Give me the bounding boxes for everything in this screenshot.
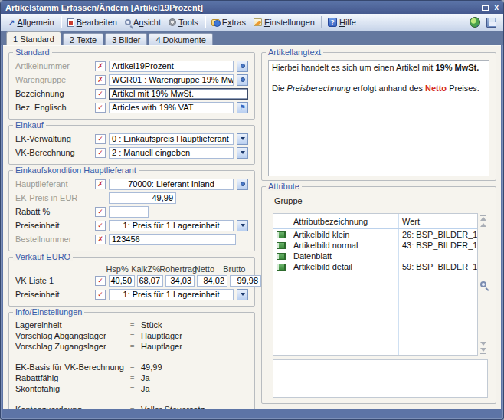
form-row-bez-englisch: Bez. Englisch ✓ Articles with 19% VAT ⚑ (15, 101, 248, 113)
brutto-field[interactable]: 99,98 (230, 275, 261, 287)
app-window: Artikelstamm Erfassen/Ändern [Artikel19P… (0, 0, 504, 420)
lookup-icon (241, 77, 245, 82)
column-header-wert[interactable]: Wert (399, 217, 477, 226)
attribute-detail-panel (273, 359, 488, 398)
table-row[interactable]: Artikelbild normal 43: BSP_BILDER_1.BMP (273, 240, 477, 251)
tab-bilder[interactable]: 3Bilder (105, 33, 147, 45)
group-title: Info/Einstellungen (13, 307, 84, 317)
equals-icon: = (130, 374, 141, 382)
dropdown-button[interactable] (237, 147, 248, 159)
check-toggle[interactable]: ✓ (95, 290, 106, 300)
check-toggle[interactable]: ✓ (95, 89, 106, 99)
vk-berechnung-select[interactable]: 2 : Manuell eingeben (109, 147, 234, 159)
menu-bar: ↗ Allgemein Bearbeiten Ansicht Tools Ext… (1, 14, 503, 31)
artikellangtext-editor[interactable]: Hierbei handelt es sich um einen Artikel… (268, 60, 489, 176)
form-row-bezeichnung: Bezeichnung ✓ Artikel mit 19% MwSt. (15, 87, 248, 100)
save-icon[interactable] (486, 18, 496, 28)
form-row-preiseinheit-vk: Preiseinheit ✓ 1: Preis für 1 Lagereinhe… (15, 288, 248, 300)
dropdown-button[interactable] (237, 220, 248, 231)
rohertrag-field[interactable]: 34,03 (165, 275, 195, 287)
extras-folder-icon (211, 19, 220, 26)
tab-content-standard: Standard Artikelnummer ✗ Artikel19Prozen… (3, 45, 501, 409)
artikelnummer-field[interactable]: Artikel19Prozent (109, 61, 234, 72)
menu-tools[interactable]: Tools (165, 16, 202, 28)
check-toggle[interactable]: ✓ (95, 148, 106, 158)
info-row: EK-Basis für VK-Berechnung=49,99 (15, 362, 248, 372)
rabatt-field[interactable] (109, 206, 149, 218)
lookup-button[interactable] (237, 61, 248, 72)
menu-einstellungen[interactable]: Einstellungen (250, 16, 319, 28)
window-title: Artikelstamm Erfassen/Ändern [Artikel19P… (5, 3, 482, 12)
scroll-down-icon[interactable] (480, 342, 486, 346)
tab-texte[interactable]: 2Texte (63, 33, 103, 45)
dropdown-button[interactable] (237, 289, 248, 300)
chevron-down-icon (241, 224, 245, 227)
check-toggle[interactable]: ✓ (95, 207, 106, 217)
netto-field[interactable]: 84,02 (197, 275, 227, 287)
search-icon[interactable] (480, 281, 486, 287)
globe-icon[interactable] (470, 17, 480, 28)
menu-extras[interactable]: Extras (208, 16, 250, 28)
lookup-icon (241, 64, 245, 68)
magnifier-icon (125, 19, 131, 25)
chevron-down-icon (241, 151, 245, 154)
bez-englisch-field[interactable]: Articles with 19% VAT (109, 102, 234, 113)
scroll-to-bottom-icon[interactable] (480, 348, 486, 354)
lookup-button[interactable] (237, 74, 248, 86)
dropdown-button[interactable] (237, 133, 248, 145)
tab-standard[interactable]: 1Standard (6, 31, 61, 45)
equals-icon: = (130, 385, 141, 392)
mandatory-cross-toggle[interactable]: ✗ (95, 235, 106, 244)
tab-dokumente[interactable]: 4Dokumente (149, 33, 212, 45)
warengruppe-field[interactable]: WGR01 : Warengruppe 19% MwSt. Netto (109, 74, 234, 86)
hauptlieferant-field[interactable]: 70000: Lieferant Inland (109, 179, 234, 190)
menu-hilfe[interactable]: ? Hilfe (324, 16, 360, 28)
table-row[interactable]: Artikelbild detail 59: BSP_BILDER_1.BMP (273, 261, 477, 272)
group-verkauf: Verkauf EURO Hsp% KalkZ% Rohertrag Netto… (8, 257, 255, 307)
chevron-down-icon (241, 137, 245, 140)
check-toggle[interactable]: ✓ (95, 134, 106, 144)
menu-ansicht[interactable]: Ansicht (121, 16, 165, 28)
tab-strip: 1Standard 2Texte 3Bilder 4Dokumente (1, 31, 503, 45)
scroll-up-icon[interactable] (480, 223, 486, 227)
group-title: Artikellangtext (266, 48, 323, 57)
bestellnummer-field[interactable]: 123456 (109, 234, 236, 245)
ek-verwaltung-select[interactable]: 0 : Einkaufspreis Hauptlieferant (109, 133, 234, 145)
check-toggle[interactable]: ✓ (95, 221, 106, 231)
attribute-table[interactable]: Attributbezeichnung Wert Artikelbild kle… (273, 213, 478, 356)
mandatory-cross-toggle[interactable]: ✗ (95, 75, 106, 85)
menu-separator (61, 16, 61, 28)
info-row: Rabattfähig=Ja (15, 372, 248, 383)
column-header-attributbezeichnung[interactable]: Attributbezeichnung (290, 214, 399, 228)
price-column-headers: Hsp% KalkZ% Rohertrag Netto Brutto (106, 264, 248, 274)
table-row[interactable]: Artikelbild klein 26: BSP_BILDER_1.BMP (273, 229, 477, 240)
menu-bearbeiten[interactable]: Bearbeiten (64, 16, 121, 28)
mandatory-cross-toggle[interactable]: ✗ (95, 61, 106, 71)
info-row: Skontofähig=Ja (15, 383, 248, 394)
restore-icon[interactable] (482, 5, 489, 11)
attribute-table-header: Attributbezeichnung Wert (273, 214, 477, 229)
mandatory-cross-toggle[interactable]: ✗ (95, 179, 106, 189)
group-einkauf: Einkauf EK-Verwaltung ✓ 0 : Einkaufsprei… (8, 125, 255, 165)
preiseinheit-vk-select[interactable]: 1: Preis für 1 Lagereinheit (109, 289, 234, 300)
bezeichnung-field[interactable]: Artikel mit 19% MwSt. (109, 88, 248, 100)
scroll-to-top-icon[interactable] (480, 215, 486, 221)
group-standard: Standard Artikelnummer ✗ Artikel19Prozen… (8, 52, 255, 120)
check-toggle[interactable]: ✓ (95, 103, 106, 113)
table-row[interactable]: Datenblatt (273, 251, 477, 261)
lookup-button[interactable] (237, 179, 248, 190)
attribute-image-icon (277, 242, 286, 249)
group-info-einstellungen: Info/Einstellungen Lagereinheit=Stück Vo… (8, 312, 255, 409)
form-row-vk-liste1: VK Liste 1 ✓ 40,50 68,07 34,03 84,02 99,… (15, 274, 248, 287)
kalkz-field[interactable]: 68,07 (137, 275, 163, 287)
info-row: Kontenzuordnung=Voller Steuersatz (15, 404, 248, 409)
check-toggle[interactable]: ✓ (95, 276, 106, 286)
menu-allgemein[interactable]: ↗ Allgemein (5, 16, 58, 28)
language-flag-button[interactable]: ⚑ (237, 102, 248, 113)
close-icon[interactable]: x (494, 4, 499, 11)
info-row: Lagereinheit=Stück (15, 320, 248, 330)
form-row-ek-preis: EK-Preis in EUR 49,99 (15, 192, 248, 204)
preiseinheit-ek-select[interactable]: 1: Preis für 1 Lagereinheit (109, 220, 234, 231)
hsp-field[interactable]: 40,50 (109, 275, 135, 287)
ek-preis-field[interactable]: 49,99 (109, 192, 176, 204)
